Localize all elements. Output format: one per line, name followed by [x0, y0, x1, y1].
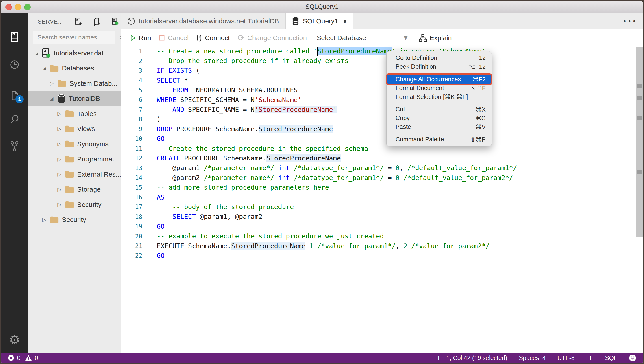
explain-label: Explain — [430, 34, 452, 42]
menu-item-cut[interactable]: Cut⌘X — [386, 105, 492, 114]
code-line-7[interactable]: 7 AND SPECIFIC_NAME = N'StoredProcedureN… — [121, 105, 634, 114]
twisty-collapsed-icon[interactable]: ▷ — [56, 156, 63, 162]
status-indentation[interactable]: Spaces: 4 — [519, 354, 546, 361]
twisty-collapsed-icon[interactable]: ▷ — [41, 217, 48, 223]
twisty-expanded-icon[interactable]: ◢ — [48, 96, 55, 101]
tab-tutorialserver-database-windows-net-tutorialdb[interactable]: tutorialserver.database.windows.net:Tuto… — [121, 13, 286, 30]
code-line-14[interactable]: 14 @param2 /*parameter name*/ int /*data… — [121, 173, 634, 182]
new-server-icon[interactable] — [74, 18, 82, 26]
tree-item-storage[interactable]: ▷Storage — [28, 182, 121, 197]
code-line-19[interactable]: 19GO — [121, 221, 634, 231]
explain-button[interactable]: Explain — [419, 34, 452, 42]
code-line-2[interactable]: 2-- Drop the stored procedure if it alre… — [121, 56, 634, 66]
new-server-group-icon[interactable] — [93, 18, 101, 26]
twisty-collapsed-icon[interactable]: ▷ — [56, 126, 63, 132]
menu-item-paste[interactable]: Paste⌘V — [386, 123, 492, 131]
connect-button[interactable]: Connect — [196, 34, 230, 42]
menu-item-format-document[interactable]: Format Document⌥⇧F — [386, 84, 492, 93]
code-line-1[interactable]: 1-- Create a new stored procedure called… — [121, 46, 634, 56]
menu-item-go-to-definition[interactable]: Go to DefinitionF12 — [386, 54, 492, 62]
tree-item-external-res[interactable]: ▷External Res... — [28, 167, 121, 182]
activity-item-open-editors[interactable]: 1 — [1, 86, 28, 106]
code-line-18[interactable]: 18 SELECT @param1, @param2 — [121, 212, 634, 221]
code-line-21[interactable]: 21EXECUTE SchemaName.StoredProcedureName… — [121, 241, 634, 251]
code-line-5[interactable]: 5 FROM INFORMATION_SCHEMA.ROUTINES — [121, 85, 634, 95]
code-token: -- example to execute the stored procedu… — [157, 232, 384, 240]
run-button[interactable]: Run — [130, 34, 151, 42]
activity-item-task-history[interactable] — [1, 55, 28, 75]
status-language-mode[interactable]: SQL — [605, 354, 617, 361]
status-encoding[interactable]: UTF-8 — [558, 354, 575, 361]
tree-item-databases[interactable]: ◢Databases — [28, 61, 121, 76]
code-line-13[interactable]: 13 @param1 /*parameter name*/ int /*data… — [121, 163, 634, 173]
search-input[interactable] — [37, 34, 119, 41]
line-content: FROM INFORMATION_SCHEMA.ROUTINES — [157, 86, 298, 94]
tree-item-security[interactable]: ▷Security — [28, 197, 121, 212]
line-number: 9 — [121, 125, 142, 132]
twisty-collapsed-icon[interactable]: ▷ — [48, 81, 55, 86]
code-line-8[interactable]: 8) — [121, 114, 634, 124]
cancel-button[interactable]: Cancel — [159, 34, 188, 42]
menu-item-copy[interactable]: Copy⌘C — [386, 114, 492, 123]
code-token: ( — [192, 67, 200, 74]
menu-item-label: Format Document — [396, 85, 444, 92]
twisty-collapsed-icon[interactable]: ▷ — [56, 111, 63, 117]
menu-item-change-all-occurrences[interactable]: Change All Occurrences⌘F2 — [386, 75, 492, 84]
tree-item-views[interactable]: ▷Views — [28, 121, 121, 136]
tree-item-programma[interactable]: ▷Programma... — [28, 152, 121, 167]
code-line-17[interactable]: 17 -- body of the stored procedure — [121, 202, 634, 212]
line-number: 5 — [121, 87, 142, 94]
tab-actions-more-icon[interactable]: ••• — [623, 13, 637, 30]
open-editors-badge: 1 — [15, 95, 24, 104]
code-line-9[interactable]: 9DROP PROCEDURE SchemaName.StoredProcedu… — [121, 124, 634, 134]
menu-item-format-selection-k-f[interactable]: Format Selection [⌘K ⌘F] — [386, 93, 492, 101]
select-database-dropdown[interactable]: Select Database ▼ — [316, 34, 408, 42]
status-cursor-position[interactable]: Ln 1, Col 42 (19 selected) — [438, 354, 507, 361]
server-search-box[interactable]: ✕ — [33, 31, 115, 44]
code-line-11[interactable]: 11-- Create the stored procedure in the … — [121, 144, 634, 153]
status-eol[interactable]: LF — [586, 354, 593, 361]
feedback-smiley-icon[interactable] — [629, 354, 636, 362]
twisty-collapsed-icon[interactable]: ▷ — [56, 171, 63, 177]
editor-scrollbar-thumb[interactable] — [636, 47, 643, 237]
settings-gear-icon[interactable]: ⚙ — [1, 331, 28, 349]
sidebar-title: SERVE.. — [38, 18, 62, 25]
code-line-3[interactable]: 3IF EXISTS ( — [121, 66, 634, 75]
code-line-6[interactable]: 6WHERE SPECIFIC_SCHEMA = N'SchemaName' — [121, 95, 634, 105]
code-line-15[interactable]: 15-- add more stored procedure parameter… — [121, 182, 634, 192]
code-token: /*parameter name*/ — [204, 174, 274, 182]
code-line-16[interactable]: 16AS — [121, 192, 634, 202]
tree-item-system-datab[interactable]: ▷System Datab... — [28, 76, 121, 91]
menu-item-peek-definition[interactable]: Peek Definition⌥F12 — [386, 62, 492, 71]
twisty-collapsed-icon[interactable]: ▷ — [56, 202, 63, 207]
problems-status[interactable]: 0 0 — [8, 354, 38, 361]
window-maximize-button[interactable] — [24, 4, 31, 10]
twisty-expanded-icon[interactable]: ◢ — [41, 66, 48, 71]
tree-item-security[interactable]: ▷Security — [28, 212, 121, 227]
window-close-button[interactable] — [6, 4, 12, 10]
code-line-4[interactable]: 4SELECT * — [121, 75, 634, 85]
tab-sqlquery1[interactable]: SQLQuery1● — [286, 13, 353, 30]
code-token: EXISTS — [168, 67, 192, 74]
connect-label: Connect — [205, 34, 230, 42]
tree-item-tables[interactable]: ▷Tables — [28, 106, 121, 121]
change-connection-button[interactable]: ⟳ Change Connection — [238, 34, 307, 42]
code-line-20[interactable]: 20-- example to execute the stored proce… — [121, 231, 634, 241]
menu-item-command-palette[interactable]: Command Palette...⇧⌘P — [386, 135, 492, 144]
twisty-collapsed-icon[interactable]: ▷ — [56, 141, 63, 147]
twisty-collapsed-icon[interactable]: ▷ — [56, 187, 63, 192]
activity-item-search[interactable] — [1, 109, 28, 130]
activity-item-servers[interactable] — [1, 27, 28, 47]
tree-item-synonyms[interactable]: ▷Synonyms — [28, 136, 121, 152]
code-line-10[interactable]: 10GO — [121, 134, 634, 144]
active-connections-icon[interactable] — [111, 18, 119, 26]
code-editor[interactable]: 1-- Create a new stored procedure called… — [121, 46, 634, 260]
window-minimize-button[interactable] — [15, 4, 21, 10]
twisty-expanded-icon[interactable]: ◢ — [33, 51, 40, 56]
tree-item-tutorialserver-dat[interactable]: ◢tutorialserver.dat... — [28, 46, 121, 61]
code-token: -- body of the stored procedure — [172, 203, 294, 211]
tree-item-tutorialdb[interactable]: ◢TutorialDB — [28, 91, 121, 106]
activity-item-source-control[interactable] — [1, 136, 28, 156]
code-line-22[interactable]: 22GO — [121, 251, 634, 260]
code-line-12[interactable]: 12CREATE PROCEDURE SchemaName.StoredProc… — [121, 153, 634, 163]
